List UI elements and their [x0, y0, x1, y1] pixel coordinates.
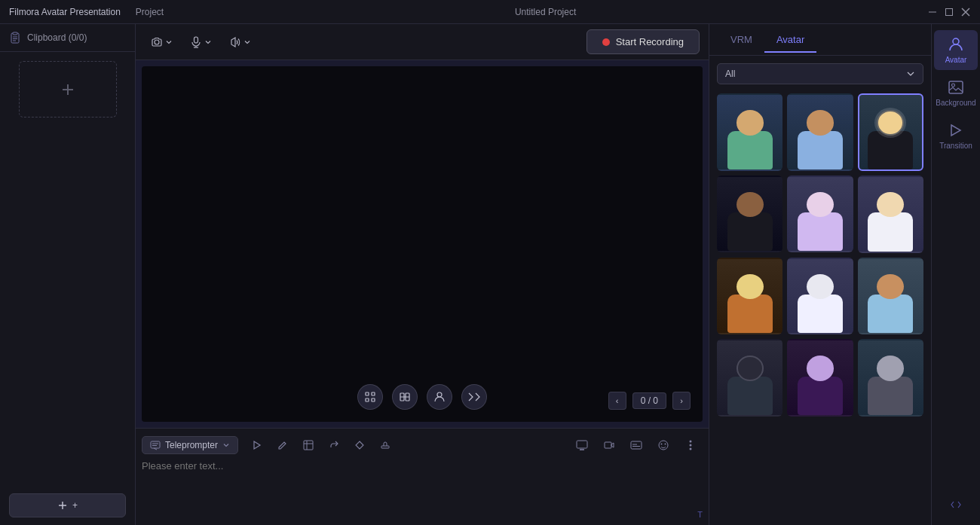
svg-point-43	[661, 444, 663, 445]
image-icon	[948, 79, 964, 96]
maximize-button[interactable]	[944, 7, 954, 17]
audio-dropdown-icon	[244, 39, 250, 45]
svg-point-42	[659, 441, 668, 450]
teleprompter-select-label: Teleprompter	[165, 440, 218, 450]
tp-face-button[interactable]	[651, 435, 675, 456]
svg-marker-17	[231, 38, 235, 47]
page-counter: 0 / 0	[632, 392, 666, 409]
record-dot	[602, 38, 610, 46]
avatar-grid	[717, 93, 923, 417]
svg-point-47	[690, 448, 692, 450]
svg-point-46	[690, 444, 692, 447]
clip-add-box[interactable]	[19, 61, 117, 118]
clip-area	[0, 52, 135, 486]
rail-item-transition[interactable]: Transition	[934, 116, 978, 156]
camera-dropdown-icon	[166, 39, 172, 45]
tp-pencil-button[interactable]	[271, 435, 294, 456]
left-sidebar: Clipboard (0/0) +	[0, 24, 136, 525]
avatar-card-3[interactable]	[858, 93, 923, 171]
svg-rect-0	[929, 11, 936, 12]
mic-button[interactable]	[184, 32, 217, 52]
svg-point-45	[690, 441, 692, 443]
svg-point-44	[665, 444, 666, 445]
right-panel: VRM Avatar All	[709, 24, 931, 525]
expand-panel-button[interactable]	[946, 495, 966, 517]
next-page-button[interactable]: ›	[672, 392, 691, 410]
filter-select[interactable]: All	[717, 63, 923, 84]
tp-webcam-button[interactable]	[597, 435, 621, 456]
tp-stamp-button[interactable]	[374, 435, 397, 456]
layout-button[interactable]	[392, 384, 418, 410]
avatar-card-11[interactable]	[787, 339, 853, 417]
char-count: T	[142, 510, 703, 519]
avatar-panel: All	[709, 56, 931, 525]
tp-play-button[interactable]	[246, 435, 268, 456]
project-menu[interactable]: Project	[136, 7, 164, 17]
svg-marker-30	[254, 441, 260, 449]
teleprompter-icon	[150, 440, 161, 450]
avatar-card-6[interactable]	[858, 176, 923, 253]
avatar-card-4[interactable]	[717, 176, 782, 253]
avatar-card-7[interactable]	[717, 258, 782, 335]
video-controls	[357, 384, 487, 410]
rail-item-avatar[interactable]: Avatar	[934, 30, 978, 70]
filter-dropdown-icon	[906, 69, 915, 78]
panel-tabs: VRM Avatar	[709, 24, 931, 56]
avatar-card-5[interactable]	[787, 176, 853, 253]
teleprompter-input[interactable]	[142, 460, 703, 505]
avatar-card-2[interactable]	[787, 93, 853, 171]
window-title: Untitled Project	[179, 7, 912, 17]
prev-page-button[interactable]: ‹	[608, 392, 626, 410]
camera-button[interactable]	[145, 32, 178, 52]
svg-rect-21	[372, 398, 375, 401]
clipboard-header: Clipboard (0/0)	[0, 24, 135, 52]
transition-rail-label: Transition	[939, 142, 972, 150]
svg-rect-1	[946, 8, 953, 15]
video-area: ‹ 0 / 0 ›	[142, 66, 703, 422]
add-slide-button[interactable]: +	[9, 493, 126, 517]
app-name: Filmora Avatar Presentation	[9, 7, 121, 17]
svg-point-50	[952, 84, 955, 87]
audio-button[interactable]	[223, 32, 256, 52]
avatar-card-9[interactable]	[858, 258, 923, 335]
teleprompter-select[interactable]: Teleprompter	[142, 436, 238, 454]
mic-dropdown-icon	[205, 39, 211, 45]
avatar-card-12[interactable]	[858, 339, 923, 417]
tp-screen-button[interactable]	[570, 435, 594, 456]
main-layout: Clipboard (0/0) +	[0, 24, 980, 525]
svg-rect-49	[949, 81, 963, 93]
tp-more-button[interactable]	[678, 435, 703, 456]
title-bar: Filmora Avatar Presentation Project Unti…	[0, 0, 980, 24]
svg-point-25	[437, 392, 442, 397]
add-slide-label: +	[72, 500, 78, 511]
avatar-card-1[interactable]	[717, 93, 782, 171]
tab-avatar[interactable]: Avatar	[764, 28, 816, 53]
svg-rect-38	[605, 442, 611, 448]
tp-caption-button[interactable]	[624, 435, 648, 456]
svg-point-48	[953, 38, 959, 44]
svg-rect-26	[151, 441, 160, 448]
record-button[interactable]: Start Recording	[586, 29, 700, 54]
minimize-button[interactable]	[927, 7, 938, 17]
svg-rect-14	[194, 37, 198, 43]
svg-rect-35	[381, 446, 389, 448]
teleprompter-bar: Teleprompter	[136, 428, 709, 525]
fit-button[interactable]	[357, 384, 383, 410]
tp-share-button[interactable]	[323, 435, 345, 456]
clipboard-label: Clipboard (0/0)	[27, 32, 87, 43]
close-button[interactable]	[960, 7, 971, 17]
transition-icon	[948, 122, 964, 139]
navigate-button[interactable]	[461, 384, 487, 410]
tp-table-button[interactable]	[297, 435, 320, 456]
avatar-card-10[interactable]	[717, 339, 782, 417]
icon-rail: Avatar Background Transition	[931, 24, 980, 525]
background-rail-label: Background	[936, 99, 975, 107]
avatar-card-8[interactable]	[787, 258, 853, 335]
svg-point-13	[155, 40, 159, 44]
filter-label: All	[725, 69, 735, 79]
person-button[interactable]	[427, 384, 452, 410]
rail-item-background[interactable]: Background	[934, 73, 978, 113]
avatar-rail-label: Avatar	[945, 56, 967, 64]
tab-vrm[interactable]: VRM	[718, 28, 764, 53]
tp-diamond-button[interactable]	[348, 435, 371, 456]
